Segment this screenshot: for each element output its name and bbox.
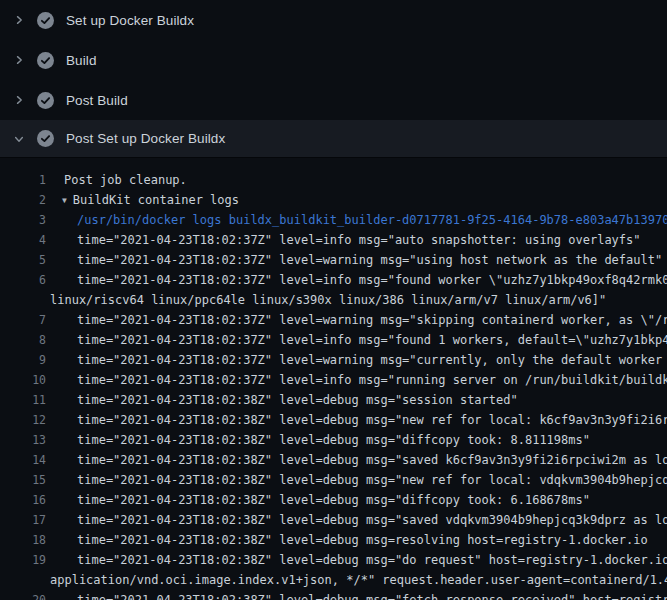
- log-line: 11time="2021-04-23T18:02:38Z" level=debu…: [0, 390, 667, 410]
- log-line-text: /usr/bin/docker logs buildx_buildkit_bui…: [0, 210, 667, 230]
- log-line-text: time="2021-04-23T18:02:38Z" level=debug …: [0, 410, 667, 430]
- log-line: 18time="2021-04-23T18:02:38Z" level=debu…: [0, 530, 667, 550]
- step-label: Build: [66, 53, 97, 68]
- log-line-text: time="2021-04-23T18:02:38Z" level=debug …: [0, 470, 667, 490]
- chevron-right-icon: [12, 53, 26, 67]
- log-line: 12time="2021-04-23T18:02:38Z" level=debu…: [0, 410, 667, 430]
- log-line-text: time="2021-04-23T18:02:37Z" level=info m…: [0, 270, 667, 290]
- chevron-down-icon: [12, 132, 26, 146]
- step-label: Post Set up Docker Buildx: [66, 131, 225, 146]
- log-line: 1Post job cleanup.: [0, 170, 667, 190]
- log-line: 13time="2021-04-23T18:02:38Z" level=debu…: [0, 430, 667, 450]
- log-line-number[interactable]: 13: [0, 430, 46, 450]
- log-line-number[interactable]: 1: [0, 170, 46, 190]
- log-line-text: time="2021-04-23T18:02:37Z" level=warnin…: [0, 250, 667, 270]
- log-line: 20time="2021-04-23T18:02:38Z" level=debu…: [0, 590, 667, 600]
- triangle-down-icon: ▼: [62, 191, 67, 210]
- log-line-text: time="2021-04-23T18:02:38Z" level=debug …: [0, 530, 667, 550]
- log-line: 16time="2021-04-23T18:02:38Z" level=debu…: [0, 490, 667, 510]
- log-line-text: time="2021-04-23T18:02:38Z" level=debug …: [0, 510, 667, 530]
- steps-list: Set up Docker BuildxBuildPost BuildPost …: [0, 0, 667, 158]
- log-line: 6time="2021-04-23T18:02:37Z" level=info …: [0, 270, 667, 290]
- log-line: 5time="2021-04-23T18:02:37Z" level=warni…: [0, 250, 667, 270]
- check-circle-icon: [37, 52, 54, 69]
- log-line: 19time="2021-04-23T18:02:38Z" level=debu…: [0, 550, 667, 570]
- log-line-text: time="2021-04-23T18:02:38Z" level=debug …: [0, 430, 667, 450]
- log-line-number[interactable]: 18: [0, 530, 46, 550]
- step-row-post-build[interactable]: Post Build: [0, 80, 667, 120]
- step-row-set-up-docker-buildx[interactable]: Set up Docker Buildx: [0, 0, 667, 40]
- log-line-text: time="2021-04-23T18:02:37Z" level=info m…: [0, 330, 667, 350]
- log-line-text: time="2021-04-23T18:02:38Z" level=debug …: [0, 550, 667, 570]
- chevron-right-icon: [12, 93, 26, 107]
- log-line: 8time="2021-04-23T18:02:37Z" level=info …: [0, 330, 667, 350]
- log-line-text: time="2021-04-23T18:02:37Z" level=info m…: [0, 230, 667, 250]
- log-line-number[interactable]: 6: [0, 270, 46, 290]
- step-label: Post Build: [66, 93, 128, 108]
- log-line: 4time="2021-04-23T18:02:37Z" level=info …: [0, 230, 667, 250]
- log-line-number[interactable]: 5: [0, 250, 46, 270]
- log-panel: 1Post job cleanup.2▼BuildKit container l…: [0, 158, 667, 600]
- log-line-text: time="2021-04-23T18:02:37Z" level=warnin…: [0, 350, 667, 370]
- log-line-number[interactable]: 9: [0, 350, 46, 370]
- log-line-text: time="2021-04-23T18:02:37Z" level=info m…: [0, 370, 667, 390]
- log-line-number[interactable]: 10: [0, 370, 46, 390]
- log-line: 7time="2021-04-23T18:02:37Z" level=warni…: [0, 310, 667, 330]
- log-line-text: time="2021-04-23T18:02:38Z" level=debug …: [0, 390, 667, 410]
- log-line-text: linux/riscv64 linux/ppc64le linux/s390x …: [0, 290, 667, 310]
- check-circle-icon: [37, 12, 54, 29]
- log-line-number[interactable]: 16: [0, 490, 46, 510]
- log-line-number[interactable]: 20: [0, 590, 46, 600]
- log-line: 9time="2021-04-23T18:02:37Z" level=warni…: [0, 350, 667, 370]
- step-row-build[interactable]: Build: [0, 40, 667, 80]
- log-line-number[interactable]: 11: [0, 390, 46, 410]
- log-line-number[interactable]: 14: [0, 450, 46, 470]
- log-line-text: time="2021-04-23T18:02:38Z" level=debug …: [0, 490, 667, 510]
- step-label: Set up Docker Buildx: [66, 13, 194, 28]
- check-circle-icon: [37, 92, 54, 109]
- log-line-number[interactable]: 15: [0, 470, 46, 490]
- log-line: 15time="2021-04-23T18:02:38Z" level=debu…: [0, 470, 667, 490]
- log-line: 14time="2021-04-23T18:02:38Z" level=debu…: [0, 450, 667, 470]
- log-line-number[interactable]: 7: [0, 310, 46, 330]
- log-line: application/vnd.oci.image.index.v1+json,…: [0, 570, 667, 590]
- log-line-number[interactable]: 8: [0, 330, 46, 350]
- log-group-row[interactable]: 2▼BuildKit container logs: [0, 190, 667, 210]
- log-line: 10time="2021-04-23T18:02:37Z" level=info…: [0, 370, 667, 390]
- check-circle-icon: [37, 130, 54, 147]
- log-line-number[interactable]: 17: [0, 510, 46, 530]
- log-line-text: time="2021-04-23T18:02:38Z" level=debug …: [0, 590, 667, 600]
- log-line-number[interactable]: 2: [0, 190, 46, 210]
- log-line: 17time="2021-04-23T18:02:38Z" level=debu…: [0, 510, 667, 530]
- log-line: 3/usr/bin/docker logs buildx_buildkit_bu…: [0, 210, 667, 230]
- chevron-right-icon: [12, 13, 26, 27]
- log-line-text: Post job cleanup.: [0, 170, 667, 190]
- log-line-text: application/vnd.oci.image.index.v1+json,…: [0, 570, 667, 590]
- log-line-number[interactable]: 4: [0, 230, 46, 250]
- log-line: linux/riscv64 linux/ppc64le linux/s390x …: [0, 290, 667, 310]
- log-line-text: ▼BuildKit container logs: [0, 190, 667, 210]
- log-line-number[interactable]: 19: [0, 550, 46, 570]
- log-line-text: time="2021-04-23T18:02:37Z" level=warnin…: [0, 310, 667, 330]
- log-line-number[interactable]: 12: [0, 410, 46, 430]
- log-line-number[interactable]: 3: [0, 210, 46, 230]
- step-row-post-set-up-docker-buildx[interactable]: Post Set up Docker Buildx: [0, 120, 667, 158]
- log-line-text: time="2021-04-23T18:02:38Z" level=debug …: [0, 450, 667, 470]
